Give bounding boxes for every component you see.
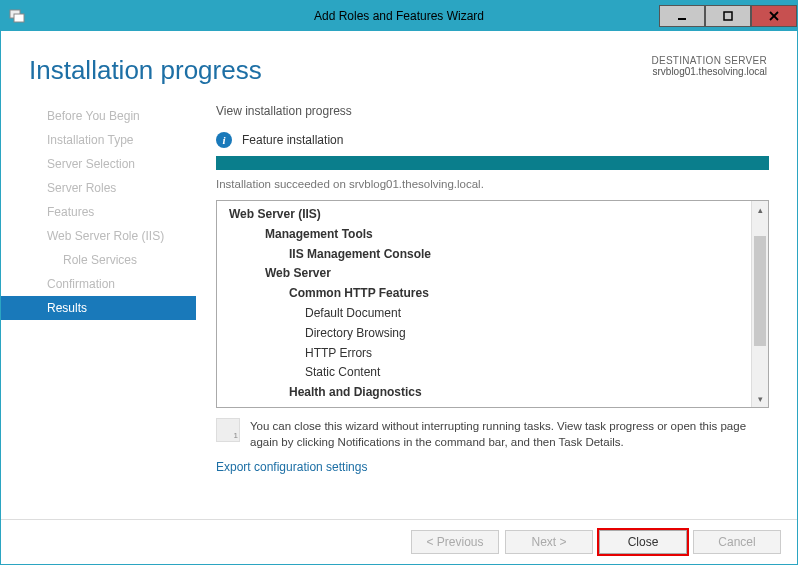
- window-title: Add Roles and Features Wizard: [314, 9, 484, 23]
- tree-node[interactable]: Management Tools: [217, 225, 751, 245]
- header: Installation progress DESTINATION SERVER…: [1, 31, 797, 104]
- info-icon: i: [216, 132, 232, 148]
- svg-rect-3: [724, 12, 732, 20]
- sidebar-item-confirmation: Confirmation: [1, 272, 196, 296]
- footer: < Previous Next > Close Cancel: [1, 519, 797, 564]
- sidebar-item-installation-type: Installation Type: [1, 128, 196, 152]
- sidebar-item-results[interactable]: Results: [1, 296, 196, 320]
- window-controls: [659, 5, 797, 27]
- cancel-button: Cancel: [693, 530, 781, 554]
- tree-node[interactable]: HTTP Logging: [217, 403, 751, 407]
- note-text: You can close this wizard without interr…: [250, 418, 769, 450]
- close-window-button[interactable]: [751, 5, 797, 27]
- destination-info: DESTINATION SERVER srvblog01.thesolving.…: [651, 55, 767, 86]
- sidebar-item-before-you-begin: Before You Begin: [1, 104, 196, 128]
- sidebar: Before You Begin Installation Type Serve…: [1, 104, 196, 519]
- sidebar-item-web-server-role: Web Server Role (IIS): [1, 224, 196, 248]
- sidebar-item-server-roles: Server Roles: [1, 176, 196, 200]
- scroll-thumb[interactable]: [754, 236, 766, 346]
- status-text: Installation succeeded on srvblog01.thes…: [216, 178, 769, 190]
- wizard-window: Add Roles and Features Wizard Installati…: [0, 0, 798, 565]
- scroll-down-icon[interactable]: ▾: [752, 390, 768, 407]
- next-button: Next >: [505, 530, 593, 554]
- content-subheading: View installation progress: [216, 104, 769, 118]
- tree-node[interactable]: Static Content: [217, 363, 751, 383]
- tree-node[interactable]: HTTP Errors: [217, 344, 751, 364]
- content: View installation progress i Feature ins…: [196, 104, 797, 519]
- scrollbar[interactable]: ▴ ▾: [751, 201, 768, 407]
- minimize-button[interactable]: [659, 5, 705, 27]
- export-configuration-link[interactable]: Export configuration settings: [216, 460, 769, 474]
- tree-node[interactable]: Web Server: [217, 264, 751, 284]
- feature-label: Feature installation: [242, 133, 343, 147]
- body: Before You Begin Installation Type Serve…: [1, 104, 797, 519]
- maximize-button[interactable]: [705, 5, 751, 27]
- sidebar-item-server-selection: Server Selection: [1, 152, 196, 176]
- feature-row: i Feature installation: [216, 132, 769, 148]
- tree-node[interactable]: Default Document: [217, 304, 751, 324]
- tree-node[interactable]: Common HTTP Features: [217, 284, 751, 304]
- results-tree[interactable]: Web Server (IIS)Management ToolsIIS Mana…: [217, 201, 751, 407]
- note-row: 1 You can close this wizard without inte…: [216, 418, 769, 450]
- page-title: Installation progress: [29, 55, 262, 86]
- close-button[interactable]: Close: [599, 530, 687, 554]
- tree-node[interactable]: Web Server (IIS): [217, 205, 751, 225]
- progress-bar: [216, 156, 769, 170]
- flag-icon: 1: [216, 418, 240, 442]
- scroll-track[interactable]: [752, 218, 768, 390]
- previous-button: < Previous: [411, 530, 499, 554]
- scroll-up-icon[interactable]: ▴: [752, 201, 768, 218]
- tree-node[interactable]: Health and Diagnostics: [217, 383, 751, 403]
- svg-rect-1: [14, 14, 24, 22]
- tree-node[interactable]: IIS Management Console: [217, 245, 751, 265]
- destination-label: DESTINATION SERVER: [651, 55, 767, 66]
- titlebar[interactable]: Add Roles and Features Wizard: [1, 1, 797, 31]
- sidebar-item-role-services: Role Services: [1, 248, 196, 272]
- destination-server: srvblog01.thesolving.local: [651, 66, 767, 77]
- app-icon: [9, 8, 25, 24]
- sidebar-item-features: Features: [1, 200, 196, 224]
- tree-node[interactable]: Directory Browsing: [217, 324, 751, 344]
- results-tree-box: Web Server (IIS)Management ToolsIIS Mana…: [216, 200, 769, 408]
